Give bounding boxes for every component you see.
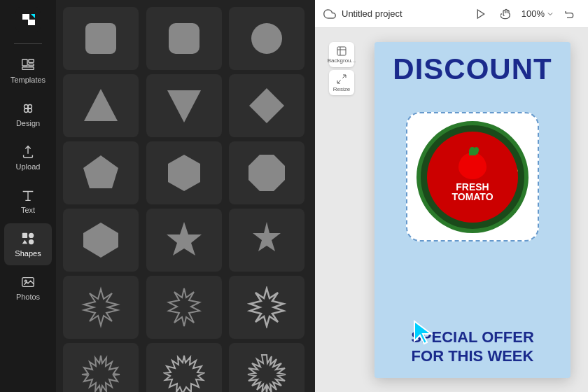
svg-marker-17: [84, 89, 118, 121]
svg-rect-15: [169, 23, 200, 54]
shapes-icon: [20, 231, 36, 246]
svg-rect-11: [29, 239, 34, 244]
shape-hexagon[interactable]: [146, 141, 222, 204]
shape-octagon[interactable]: [229, 141, 304, 204]
svg-marker-32: [477, 10, 484, 18]
svg-marker-26: [84, 289, 118, 326]
shape-diamond[interactable]: [229, 74, 304, 137]
shape-rounded-square-2[interactable]: [146, 7, 222, 70]
svg-marker-30: [164, 356, 204, 392]
shape-star-8-outline[interactable]: [63, 276, 139, 339]
shape-triangle-down[interactable]: [146, 74, 222, 137]
photos-icon: [20, 274, 36, 290]
hand-button[interactable]: [496, 4, 516, 24]
sidebar-item-photos[interactable]: Photos: [4, 267, 52, 309]
shape-starburst[interactable]: [229, 343, 304, 392]
svg-marker-18: [167, 90, 201, 122]
svg-marker-20: [83, 155, 118, 188]
play-icon: [475, 8, 486, 20]
svg-marker-19: [249, 88, 284, 123]
shape-circle[interactable]: [229, 7, 304, 70]
left-toolbar: Backgrou... Resize: [329, 42, 354, 95]
discount-text: DISCOUNT: [374, 55, 570, 84]
resize-tool[interactable]: Resize: [329, 70, 354, 95]
shape-star-8-outline3[interactable]: [229, 276, 304, 339]
shape-star-12b[interactable]: [146, 343, 222, 392]
svg-rect-2: [29, 59, 34, 63]
shapes-grid: [56, 0, 315, 392]
svg-point-8: [28, 108, 32, 113]
canvas-area: Backgrou... Resize DISCOUNT: [315, 28, 588, 392]
special-offer-text: SPECIAL OFFER FOR THIS WEEK: [374, 328, 570, 365]
svg-marker-29: [82, 356, 120, 392]
topbar: Untitled project 100%: [315, 0, 588, 28]
svg-marker-27: [169, 288, 200, 326]
svg-marker-22: [248, 155, 285, 191]
play-button[interactable]: [471, 4, 491, 24]
sidebar-item-templates[interactable]: Templates: [4, 50, 52, 92]
design-icon: [20, 101, 36, 116]
svg-point-16: [251, 23, 282, 54]
svg-marker-25: [253, 222, 281, 251]
background-tool[interactable]: Backgrou...: [329, 42, 354, 67]
badge-text-fresh: FRESH: [456, 182, 489, 192]
svg-rect-1: [22, 59, 27, 66]
tomato-shape: [458, 153, 486, 179]
upload-icon: [20, 144, 36, 160]
sidebar-item-design[interactable]: Design: [4, 93, 52, 135]
text-icon: [20, 188, 36, 203]
svg-rect-33: [337, 47, 346, 55]
shape-star-12[interactable]: [63, 343, 139, 392]
zoom-control[interactable]: 100%: [522, 8, 554, 19]
sidebar-item-upload[interactable]: Upload: [4, 136, 52, 178]
shape-triangle-up[interactable]: [63, 74, 139, 137]
svg-point-6: [28, 105, 32, 109]
design-canvas: DISCOUNT THE HOT TOMATO MAGAZINE • THE H…: [374, 42, 570, 378]
templates-icon: [20, 57, 36, 73]
svg-marker-28: [250, 288, 284, 326]
svg-rect-3: [29, 64, 34, 66]
svg-marker-23: [83, 223, 118, 258]
badge-text-tomato: TOMATO: [451, 192, 493, 202]
background-icon: [336, 46, 347, 57]
shape-star-6[interactable]: [146, 209, 222, 272]
svg-point-10: [29, 233, 34, 238]
shape-pentagon[interactable]: [63, 141, 139, 204]
shape-star-5[interactable]: [229, 209, 304, 272]
svg-rect-14: [85, 23, 116, 54]
svg-marker-31: [248, 355, 286, 392]
badge-inner: FRESH TOMATO: [427, 132, 518, 223]
svg-point-7: [24, 108, 29, 113]
canvas-badge: THE HOT TOMATO MAGAZINE • THE HOT TOMATO…: [416, 121, 528, 233]
sidebar-item-text[interactable]: Text: [4, 180, 52, 222]
sidebar-item-shapes[interactable]: Shapes: [4, 223, 52, 265]
shape-star-8-outline2[interactable]: [146, 276, 222, 339]
shape-rounded-square[interactable]: [63, 7, 139, 70]
undo-icon: [564, 8, 575, 20]
main-area: Untitled project 100%: [315, 0, 588, 392]
undo-button[interactable]: [560, 4, 580, 24]
svg-rect-4: [22, 67, 34, 70]
chevron-down-icon: [546, 10, 554, 18]
canvas-image-box: THE HOT TOMATO MAGAZINE • THE HOT TOMATO…: [406, 112, 539, 241]
resize-icon: [336, 74, 347, 85]
shape-hexagon2[interactable]: [63, 209, 139, 272]
project-title: Untitled project: [342, 8, 465, 19]
svg-marker-21: [168, 155, 200, 191]
app-logo: [15, 7, 41, 32]
svg-point-5: [24, 105, 29, 109]
svg-rect-9: [22, 233, 27, 238]
svg-marker-24: [167, 222, 202, 255]
cloud-icon: [323, 8, 336, 20]
topbar-actions: 100%: [471, 4, 580, 24]
hand-icon: [500, 8, 512, 20]
shapes-panel: [56, 0, 315, 392]
sidebar: Templates Design Upload Text: [0, 0, 56, 392]
sidebar-divider: [14, 43, 42, 44]
